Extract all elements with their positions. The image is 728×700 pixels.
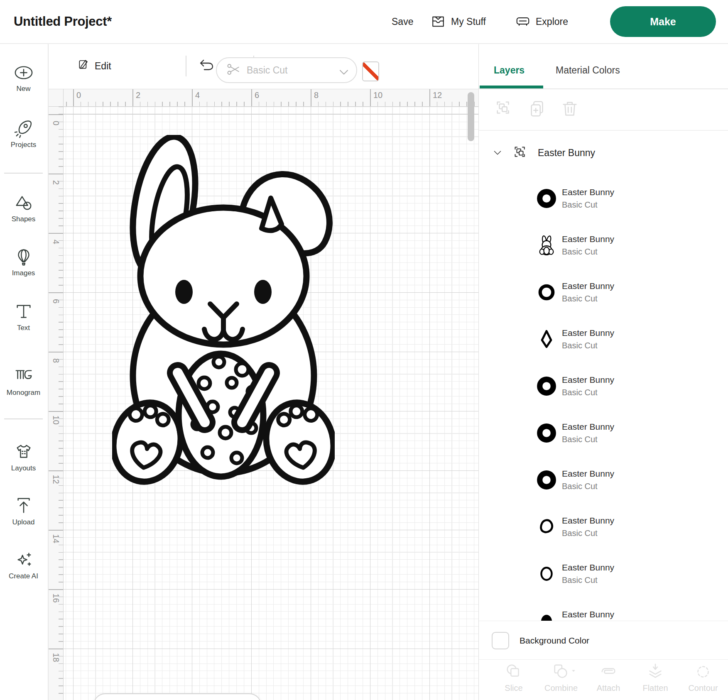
layer-row[interactable]: Easter BunnyBasic Cut [479,508,728,546]
canvas-scrollbar[interactable] [468,92,474,141]
toolbar-item-label: Attach [586,683,631,693]
ruler-label: 4 [195,91,200,100]
sidebar-item-text[interactable]: Text [0,302,47,332]
scissors-icon [226,62,241,77]
layer-row[interactable]: Easter BunnyBasic Cut [479,321,728,358]
layer-row[interactable]: Easter BunnyBasic Cut [479,227,728,264]
slice-icon [504,662,523,681]
layer-operation: Basic Cut [562,247,614,257]
layer-name: Easter Bunny [562,187,614,197]
ruler-tick [48,352,63,352]
edit-icon [77,58,91,71]
ruler-tick [48,470,63,471]
layer-operation: Basic Cut [562,575,614,585]
sidebar-item-layouts[interactable]: Layouts [0,443,47,472]
layer-row[interactable]: Easter BunnyBasic Cut [479,274,728,311]
zoom-bar[interactable] [93,693,261,700]
slice-button[interactable]: Slice [491,662,537,693]
edit-label: Edit [95,61,111,72]
ruler-ticks [63,102,478,106]
combine-button[interactable]: Combine [538,662,584,693]
delete-button[interactable] [560,99,579,118]
ruler-tick [132,89,133,106]
explore-icon [515,14,530,29]
canvas-grid[interactable] [63,106,478,700]
ruler-tick [48,233,63,234]
sidebar-item-images[interactable]: Images [0,247,47,277]
horizontal-ruler: 024681012 [63,89,478,107]
layer-row[interactable]: Easter BunnyBasic Cut [479,367,728,405]
header-menu-save[interactable]: Save [392,0,413,43]
sidebar-item-projects[interactable]: Projects [0,119,47,149]
ruler-label: 16 [51,591,61,606]
layer-name: Easter Bunny [562,375,614,385]
layer-thumbnail-bunny [537,235,556,255]
sidebar-item-label: Layouts [0,464,47,472]
header-menu-my-stuff[interactable]: My Stuff [431,0,486,43]
sidebar-item-create-ai[interactable]: Create AI [0,551,47,580]
layer-name: Easter Bunny [562,516,614,526]
chevron-down-icon [336,65,351,80]
layer-row[interactable]: Easter BunnyBasic Cut [479,414,728,452]
duplicate-button[interactable] [528,99,547,118]
sidebar-divider [4,173,43,174]
layer-thumbnail-ring-thin [537,564,556,584]
layer-group-header[interactable]: Easter Bunny [479,142,728,164]
contour-button[interactable]: Contour [680,662,726,693]
app-header: Untitled Project* SaveMy StuffExplore Ma… [0,0,728,44]
undo-button[interactable] [198,57,216,75]
sidebar-item-new[interactable]: New [0,63,47,93]
ruler-tick [429,89,430,106]
make-button[interactable]: Make [610,6,716,37]
layer-operation: Basic Cut [562,482,614,491]
ruler-tick [251,89,252,106]
tab-layers[interactable]: Layers [494,60,525,81]
layer-row[interactable]: Easter BunnyBasic Cut [479,461,728,499]
layer-name: Easter Bunny [562,422,614,432]
header-menu-explore[interactable]: Explore [515,0,568,43]
sidebar-item-label: Images [0,269,47,277]
sidebar-item-label: Shapes [0,215,47,223]
menu-label: Explore [536,16,568,27]
flatten-button[interactable]: Flatten [632,662,678,693]
linetype-label: Basic Cut [247,65,331,76]
color-swatch-button[interactable] [362,61,379,81]
chevron-down-icon[interactable] [491,147,504,159]
ruler-label: 10 [51,413,61,428]
ruler-ticks [59,106,63,700]
sidebar-divider [4,419,43,419]
new-icon [14,63,33,82]
sidebar-item-label: Create AI [0,572,47,580]
easter-bunny-artwork[interactable] [112,135,335,488]
layer-operation: Basic Cut [562,529,614,538]
layer-row[interactable]: Easter BunnyBasic Cut [479,555,728,592]
background-color-swatch[interactable] [492,632,509,649]
canvas-toolbar: Edit Basic Cut [48,43,478,89]
project-title: Untitled Project* [14,0,112,43]
sidebar-item-shapes[interactable]: Shapes [0,193,47,223]
group-select-icon [495,99,514,118]
attach-icon [599,662,618,681]
group-select-button[interactable] [495,99,514,118]
projects-icon [14,119,33,138]
ruler-label: 2 [136,91,140,100]
sidebar: NewProjectsShapesImagesTextMonogramLayou… [0,44,49,700]
ruler-label: 2 [51,175,61,190]
linetype-select[interactable]: Basic Cut [216,57,357,83]
menu-label: My Stuff [451,16,486,27]
layer-operation: Basic Cut [562,435,614,444]
layer-thumbnail-ring-thick [537,423,556,443]
sidebar-item-monogram[interactable]: Monogram [0,367,47,397]
attach-button[interactable]: Attach [586,662,631,693]
sidebar-item-upload[interactable]: Upload [0,497,47,526]
layer-name: Easter Bunny [562,609,614,619]
tab-material-colors[interactable]: Material Colors [556,60,620,81]
toolbar-divider [186,56,186,76]
layer-row[interactable]: Easter BunnyBasic Cut [479,180,728,217]
edit-button[interactable]: Edit [77,43,111,89]
ruler-label: 18 [51,650,61,665]
layer-thumbnail-ring-medium [537,282,556,302]
trash-icon [560,99,579,118]
ruler-label: 6 [255,91,259,100]
layer-group-label: Easter Bunny [538,147,595,159]
